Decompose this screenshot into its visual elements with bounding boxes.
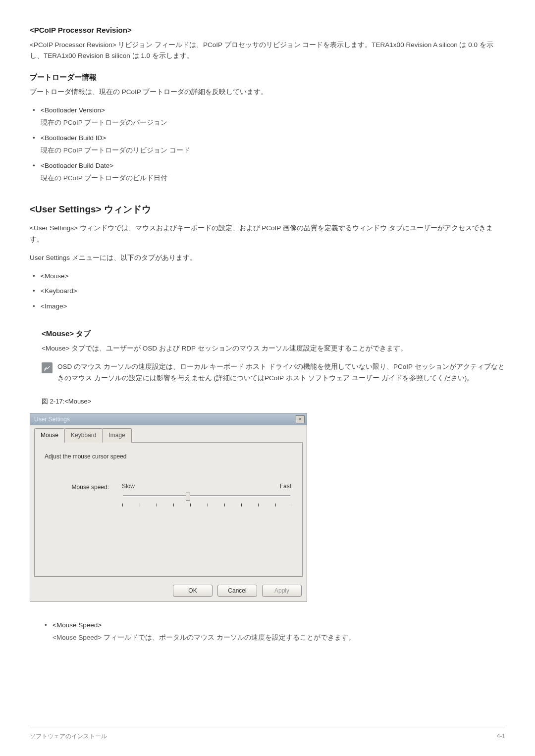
close-icon: × bbox=[299, 416, 302, 422]
list-item: <Keyboard> bbox=[32, 286, 505, 297]
bootloader-item-label: <Bootloader Build ID> bbox=[41, 134, 106, 142]
panel-heading: Adjust the mouse cursor speed bbox=[45, 452, 292, 461]
tab-name: <Image> bbox=[41, 302, 67, 310]
user-settings-p2: User Settings メニューには、以下のタブがあります。 bbox=[30, 252, 505, 264]
slider-slow-label: Slow bbox=[122, 481, 135, 491]
bootloader-item: <Bootloader Version> 現在の PCoIP ブートローダのバー… bbox=[32, 105, 505, 129]
bootloader-item-desc: 現在の PCoIP ブートローダのバージョン bbox=[41, 117, 505, 129]
cancel-button[interactable]: Cancel bbox=[217, 585, 257, 597]
window-titlebar: User Settings × bbox=[30, 413, 307, 425]
bootloader-item-label: <Bootloader Version> bbox=[41, 106, 105, 114]
ok-button[interactable]: OK bbox=[173, 585, 213, 597]
list-item: <Image> bbox=[32, 301, 505, 312]
bootloader-heading: ブートローダー情報 bbox=[30, 71, 505, 84]
tab-image[interactable]: Image bbox=[102, 428, 131, 442]
window-title-text: User Settings bbox=[34, 414, 70, 424]
mouse-speed-list: <Mouse Speed> <Mouse Speed> フィールドでは、ポータル… bbox=[42, 620, 505, 644]
bootloader-item-label: <Bootloader Build Date> bbox=[41, 162, 113, 169]
slider-end-labels: Slow Fast bbox=[121, 481, 292, 491]
processor-revision-heading: <PCoIP Processor Revision> bbox=[30, 24, 505, 37]
slider-thumb[interactable] bbox=[186, 493, 190, 501]
mouse-speed-item-label: <Mouse Speed> bbox=[53, 621, 102, 629]
mouse-speed-slider[interactable] bbox=[121, 494, 292, 503]
slider-track-line bbox=[123, 495, 290, 497]
tab-name: <Mouse> bbox=[41, 272, 68, 280]
bootloader-item: <Bootloader Build Date> 現在の PCoIP ブートローダ… bbox=[32, 160, 505, 184]
close-button[interactable]: × bbox=[296, 415, 305, 423]
mouse-speed-slider-wrap: Slow Fast bbox=[121, 481, 292, 508]
bootloader-lead: ブートローダ情報は、現在の PCoIP ブートローダの詳細を反映しています。 bbox=[30, 87, 505, 98]
mouse-tab-panel: Adjust the mouse cursor speed Mouse spee… bbox=[34, 442, 303, 577]
mouse-speed-label: Mouse speed: bbox=[59, 481, 109, 492]
user-settings-heading: <User Settings> ウィンドウ bbox=[30, 202, 505, 217]
note-icon bbox=[42, 362, 53, 373]
bootloader-item-desc: 現在の PCoIP ブートローダのリビジョン コード bbox=[41, 145, 505, 156]
user-settings-window: User Settings × Mouse Keyboard Image Adj… bbox=[30, 413, 307, 602]
mouse-speed-item-desc: <Mouse Speed> フィールドでは、ポータルのマウス カーソルの速度を設… bbox=[53, 632, 505, 644]
note-text: OSD のマウス カーソルの速度設定は、ローカル キーボード ホスト ドライバの… bbox=[57, 361, 505, 384]
tab-name: <Keyboard> bbox=[41, 287, 77, 295]
dialog-button-row: OK Cancel Apply bbox=[30, 581, 307, 602]
note-block: OSD のマウス カーソルの速度設定は、ローカル キーボード ホスト ドライバの… bbox=[42, 361, 505, 384]
footer-left: ソフトウェアのインストール bbox=[30, 731, 107, 741]
mouse-tab-lead: <Mouse> タブでは、ユーザーが OSD および RDP セッションのマウス… bbox=[42, 343, 505, 354]
mouse-tab-heading: <Mouse> タブ bbox=[42, 327, 505, 340]
bootloader-items-list: <Bootloader Version> 現在の PCoIP ブートローダのバー… bbox=[30, 105, 505, 184]
user-settings-p1: <User Settings> ウィンドウでは、マウスおよびキーボードの設定、お… bbox=[30, 223, 505, 246]
bootloader-item: <Bootloader Build ID> 現在の PCoIP ブートローダのリ… bbox=[32, 133, 505, 156]
mouse-speed-item: <Mouse Speed> <Mouse Speed> フィールドでは、ポータル… bbox=[44, 620, 505, 644]
footer-right: 4-1 bbox=[497, 731, 505, 741]
processor-revision-body: <PCoIP Processor Revision> リビジョン フィールドは、… bbox=[30, 40, 505, 62]
figure-caption: 図 2-17:<Mouse> bbox=[42, 396, 505, 407]
user-settings-tabs-list: <Mouse> <Keyboard> <Image> bbox=[30, 271, 505, 313]
list-item: <Mouse> bbox=[32, 271, 505, 282]
slider-ticks bbox=[121, 504, 292, 508]
bootloader-item-desc: 現在の PCoIP ブートローダのビルド日付 bbox=[41, 173, 505, 184]
mouse-speed-row: Mouse speed: Slow Fast bbox=[45, 481, 292, 508]
page-footer: ソフトウェアのインストール 4-1 bbox=[30, 727, 505, 741]
tab-mouse[interactable]: Mouse bbox=[34, 428, 65, 442]
apply-button[interactable]: Apply bbox=[262, 585, 302, 597]
tab-keyboard[interactable]: Keyboard bbox=[64, 428, 103, 442]
slider-fast-label: Fast bbox=[280, 481, 291, 491]
tabs-row: Mouse Keyboard Image bbox=[30, 425, 307, 442]
